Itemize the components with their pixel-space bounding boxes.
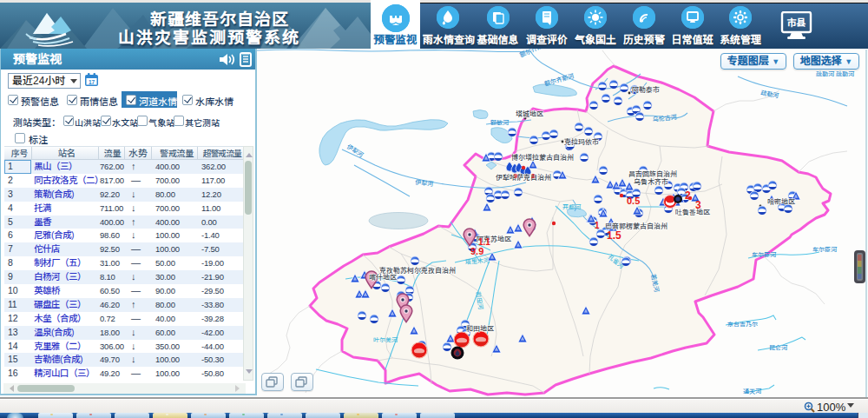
svg-text:开都河: 开都河: [562, 203, 582, 210]
svg-text:9: 9: [514, 173, 517, 179]
svg-text:昆仑河: 昆仑河: [769, 344, 788, 351]
svg-text:阿勒泰市: 阿勒泰市: [632, 85, 660, 94]
svg-text:3: 3: [695, 199, 701, 211]
svg-text:额敏河: 额敏河: [490, 119, 510, 126]
svg-text:疏勒河 疏勒河: 疏勒河 疏勒河: [816, 70, 855, 77]
svg-text:叶尔羌河: 叶尔羌河: [373, 336, 398, 343]
svg-text:车尔臣河: 车尔臣河: [752, 251, 777, 258]
svg-text:17: 17: [89, 79, 95, 85]
svg-text:昌吉回族自治州: 昌吉回族自治州: [628, 169, 677, 178]
svg-text:塔城地区: 塔城地区: [516, 110, 543, 118]
svg-text:东台吉乃尔: 东台吉乃尔: [727, 321, 758, 328]
svg-text:克拉玛依市: 克拉玛依市: [563, 137, 599, 146]
svg-text:3: 3: [531, 173, 535, 179]
svg-text:1.5: 1.5: [607, 229, 621, 242]
svg-text:9.9: 9.9: [470, 246, 483, 256]
svg-text:通天河: 通天河: [743, 388, 762, 395]
svg-text:和田地区: 和田地区: [466, 325, 494, 333]
svg-text:0.5: 0.5: [627, 196, 640, 206]
svg-text:博尔塔拉蒙古自治州: 博尔塔拉蒙古自治州: [511, 153, 574, 162]
svg-text:吐鲁番地区: 吐鲁番地区: [675, 209, 710, 216]
svg-text:乌鲁木齐市: 乌鲁木齐市: [634, 178, 668, 186]
svg-text:伊犁哈萨克自治州: 伊犁哈萨克自治州: [496, 173, 551, 182]
svg-text:2: 2: [685, 189, 691, 202]
svg-text:喀什地区: 喀什地区: [369, 273, 397, 282]
svg-text:市县: 市县: [787, 17, 806, 28]
svg-text:1: 1: [595, 221, 600, 230]
svg-text:车尔臣河: 车尔臣河: [812, 246, 838, 253]
svg-text:哈密地区: 哈密地区: [767, 198, 795, 206]
